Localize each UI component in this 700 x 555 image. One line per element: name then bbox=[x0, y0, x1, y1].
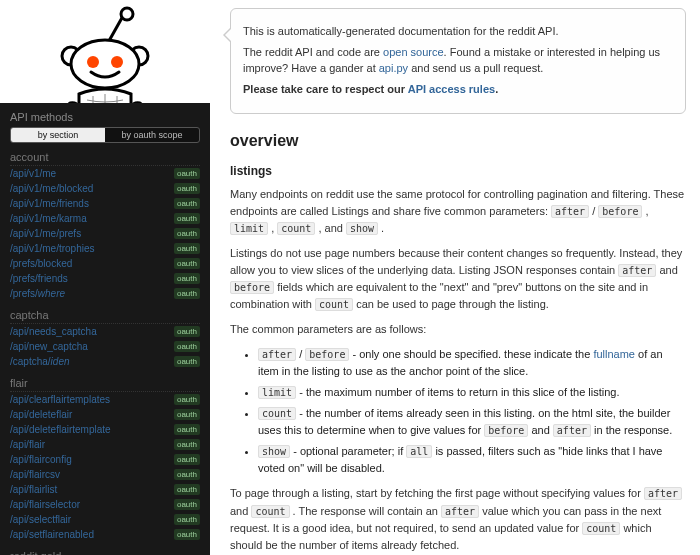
endpoint-row: /api/v1/me/trophiesoauth bbox=[10, 241, 200, 256]
endpoint-row: /api/flaircsvoauth bbox=[10, 467, 200, 482]
endpoint-row: /api/v1/meoauth bbox=[10, 166, 200, 181]
oauth-badge: oauth bbox=[174, 168, 200, 179]
reddit-logo bbox=[0, 0, 210, 103]
oauth-badge: oauth bbox=[174, 228, 200, 239]
tok-count: count bbox=[277, 222, 315, 235]
info-callout: This is automatically-generated document… bbox=[230, 8, 686, 114]
oauth-badge: oauth bbox=[174, 243, 200, 254]
oauth-badge: oauth bbox=[174, 273, 200, 284]
info-line-2: The reddit API and code are open source.… bbox=[243, 45, 673, 77]
tok-before: before bbox=[598, 205, 642, 218]
endpoint-row: /api/selectflairoauth bbox=[10, 512, 200, 527]
endpoint-row: /api/v1/me/blockedoauth bbox=[10, 181, 200, 196]
oauth-badge: oauth bbox=[174, 484, 200, 495]
endpoint-link[interactable]: /api/flairselector bbox=[10, 497, 80, 512]
endpoint-row: /api/deleteflairoauth bbox=[10, 407, 200, 422]
endpoint-link[interactable]: /api/needs_captcha bbox=[10, 324, 97, 339]
sidebar: API methods by section by oauth scope ac… bbox=[0, 0, 210, 555]
endpoint-link[interactable]: /api/flaircsv bbox=[10, 467, 60, 482]
section-heading: reddit gold bbox=[10, 550, 200, 555]
tok-show: show bbox=[346, 222, 378, 235]
endpoint-link[interactable]: /api/v1/me/karma bbox=[10, 211, 87, 226]
endpoint-link[interactable]: /api/flair bbox=[10, 437, 45, 452]
svg-point-5 bbox=[87, 56, 99, 68]
params-list: after / before - only one should be spec… bbox=[230, 346, 686, 477]
oauth-badge: oauth bbox=[174, 198, 200, 209]
page-heading: overview bbox=[230, 132, 686, 150]
info-line-1: This is automatically-generated document… bbox=[243, 24, 673, 40]
endpoint-link[interactable]: /api/v1/me/prefs bbox=[10, 226, 81, 241]
param-limit: limit - the maximum number of items to r… bbox=[258, 384, 686, 401]
section-heading: flair bbox=[10, 377, 200, 392]
endpoint-link[interactable]: /prefs/blocked bbox=[10, 256, 72, 271]
oauth-badge: oauth bbox=[174, 356, 200, 367]
tok-limit: limit bbox=[230, 222, 268, 235]
oauth-badge: oauth bbox=[174, 439, 200, 450]
endpoint-row: /api/setflairenabledoauth bbox=[10, 527, 200, 542]
oauth-badge: oauth bbox=[174, 213, 200, 224]
param-show: show - optional parameter; if all is pas… bbox=[258, 443, 686, 477]
section-heading: account bbox=[10, 151, 200, 166]
endpoint-row: /api/clearflairtemplatesoauth bbox=[10, 392, 200, 407]
tok-after: after bbox=[551, 205, 589, 218]
oauth-badge: oauth bbox=[174, 183, 200, 194]
endpoint-link[interactable]: /api/v1/me bbox=[10, 166, 56, 181]
endpoint-link[interactable]: /api/setflairenabled bbox=[10, 527, 94, 542]
endpoint-link[interactable]: /api/deleteflair bbox=[10, 407, 72, 422]
endpoint-link[interactable]: /api/new_captcha bbox=[10, 339, 88, 354]
endpoint-row: /prefs/blockedoauth bbox=[10, 256, 200, 271]
oauth-badge: oauth bbox=[174, 454, 200, 465]
endpoint-row: /prefs/friendsoauth bbox=[10, 271, 200, 286]
endpoint-row: /api/flairlistoauth bbox=[10, 482, 200, 497]
endpoint-row: /api/v1/me/friendsoauth bbox=[10, 196, 200, 211]
toggle-by-section[interactable]: by section bbox=[11, 128, 105, 142]
svg-point-4 bbox=[71, 40, 139, 88]
link-api-rules[interactable]: API access rules bbox=[408, 83, 495, 95]
endpoint-row: /api/flairselectoroauth bbox=[10, 497, 200, 512]
info-line-3: Please take care to respect our API acce… bbox=[243, 82, 673, 98]
endpoint-link[interactable]: /api/flairconfig bbox=[10, 452, 72, 467]
toggle-by-oauth[interactable]: by oauth scope bbox=[105, 128, 199, 142]
view-toggle: by section by oauth scope bbox=[10, 127, 200, 143]
endpoint-link[interactable]: /api/selectflair bbox=[10, 512, 71, 527]
oauth-badge: oauth bbox=[174, 499, 200, 510]
oauth-badge: oauth bbox=[174, 394, 200, 405]
endpoint-row: /api/v1/me/prefsoauth bbox=[10, 226, 200, 241]
endpoint-row: /api/v1/me/karmaoauth bbox=[10, 211, 200, 226]
oauth-badge: oauth bbox=[174, 258, 200, 269]
endpoint-row: /api/flairconfigoauth bbox=[10, 452, 200, 467]
param-count: count - the number of items already seen… bbox=[258, 405, 686, 439]
oauth-badge: oauth bbox=[174, 514, 200, 525]
listings-heading: listings bbox=[230, 164, 686, 178]
endpoint-link[interactable]: /api/v1/me/trophies bbox=[10, 241, 95, 256]
endpoint-link[interactable]: /prefs/friends bbox=[10, 271, 68, 286]
oauth-badge: oauth bbox=[174, 341, 200, 352]
oauth-badge: oauth bbox=[174, 424, 200, 435]
link-fullname[interactable]: fullname bbox=[593, 348, 635, 360]
endpoint-link[interactable]: /captcha/iden bbox=[10, 354, 70, 369]
endpoint-row: /captcha/idenoauth bbox=[10, 354, 200, 369]
oauth-badge: oauth bbox=[174, 409, 200, 420]
endpoint-row: /api/new_captchaoauth bbox=[10, 339, 200, 354]
oauth-badge: oauth bbox=[174, 288, 200, 299]
section-heading: captcha bbox=[10, 309, 200, 324]
listings-p3: The common parameters are as follows: bbox=[230, 321, 686, 338]
endpoint-link[interactable]: /api/v1/me/blocked bbox=[10, 181, 93, 196]
endpoint-link[interactable]: /api/clearflairtemplates bbox=[10, 392, 110, 407]
endpoint-link[interactable]: /prefs/where bbox=[10, 286, 65, 301]
oauth-badge: oauth bbox=[174, 529, 200, 540]
listings-p4: To page through a listing, start by fetc… bbox=[230, 485, 686, 553]
endpoint-row: /api/needs_captchaoauth bbox=[10, 324, 200, 339]
oauth-badge: oauth bbox=[174, 326, 200, 337]
endpoint-link[interactable]: /api/deleteflairtemplate bbox=[10, 422, 111, 437]
sidebar-title: API methods bbox=[10, 111, 200, 123]
oauth-badge: oauth bbox=[174, 469, 200, 480]
endpoint-row: /prefs/whereoauth bbox=[10, 286, 200, 301]
main-content: This is automatically-generated document… bbox=[210, 0, 700, 555]
endpoint-link[interactable]: /api/flairlist bbox=[10, 482, 57, 497]
endpoint-row: /api/deleteflairtemplateoauth bbox=[10, 422, 200, 437]
endpoint-link[interactable]: /api/v1/me/friends bbox=[10, 196, 89, 211]
param-after-before: after / before - only one should be spec… bbox=[258, 346, 686, 380]
link-api-py[interactable]: api.py bbox=[379, 62, 408, 74]
link-open-source[interactable]: open source bbox=[383, 46, 444, 58]
